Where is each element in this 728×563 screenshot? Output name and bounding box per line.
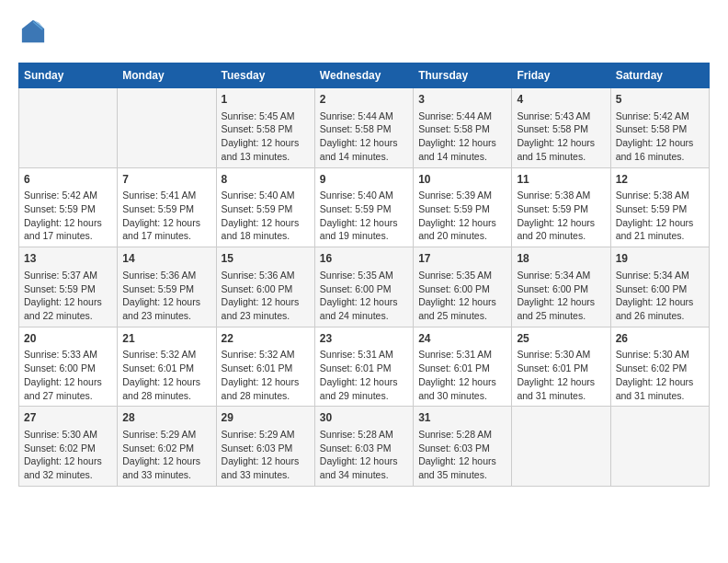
calendar-cell: 16Sunrise: 5:35 AMSunset: 6:00 PMDayligh… xyxy=(314,247,413,327)
calendar-cell: 1Sunrise: 5:45 AMSunset: 5:58 PMDaylight… xyxy=(216,88,314,168)
day-content: and 28 minutes. xyxy=(222,389,310,403)
calendar-cell: 22Sunrise: 5:32 AMSunset: 6:01 PMDayligh… xyxy=(216,327,314,407)
day-content: and 34 minutes. xyxy=(320,468,408,482)
day-content: Daylight: 12 hours xyxy=(418,375,506,389)
day-content: Sunset: 6:03 PM xyxy=(222,442,310,455)
day-content: and 31 minutes. xyxy=(616,389,704,403)
day-content: Sunrise: 5:30 AM xyxy=(24,428,112,442)
calendar-cell: 6Sunrise: 5:42 AMSunset: 5:59 PMDaylight… xyxy=(19,167,118,247)
day-content: Sunrise: 5:29 AM xyxy=(122,428,210,442)
calendar-cell: 20Sunrise: 5:33 AMSunset: 6:00 PMDayligh… xyxy=(19,327,118,407)
day-content: Daylight: 12 hours xyxy=(320,216,408,230)
day-content: and 32 minutes. xyxy=(24,468,112,482)
day-content: and 28 minutes. xyxy=(122,389,210,403)
day-content: Sunset: 6:01 PM xyxy=(122,362,210,375)
day-content: Sunrise: 5:44 AM xyxy=(320,109,408,123)
day-content: Sunset: 5:59 PM xyxy=(122,202,210,216)
header-cell-thursday: Thursday xyxy=(414,63,512,88)
day-content: Sunrise: 5:35 AM xyxy=(418,269,506,282)
calendar-cell: 27Sunrise: 5:30 AMSunset: 6:02 PMDayligh… xyxy=(19,407,118,487)
day-content: Sunset: 6:01 PM xyxy=(418,362,506,375)
calendar-cell: 31Sunrise: 5:28 AMSunset: 6:03 PMDayligh… xyxy=(414,407,512,487)
day-content: Sunrise: 5:38 AM xyxy=(517,189,605,202)
day-content: and 21 minutes. xyxy=(616,229,704,243)
day-content: Sunset: 6:03 PM xyxy=(418,442,506,455)
day-content: Daylight: 12 hours xyxy=(222,375,310,389)
day-content: Sunrise: 5:32 AM xyxy=(122,348,210,362)
day-content: Sunrise: 5:34 AM xyxy=(616,269,704,282)
day-content: Daylight: 12 hours xyxy=(517,375,605,389)
day-number: 29 xyxy=(222,410,310,426)
day-number: 13 xyxy=(24,251,112,267)
page-header xyxy=(18,18,710,44)
day-content: Daylight: 12 hours xyxy=(418,295,506,309)
day-content: Sunrise: 5:31 AM xyxy=(320,348,408,362)
svg-marker-0 xyxy=(22,20,44,42)
calendar-cell: 11Sunrise: 5:38 AMSunset: 5:59 PMDayligh… xyxy=(512,167,610,247)
day-content: Sunset: 5:59 PM xyxy=(24,202,112,216)
day-content: and 18 minutes. xyxy=(222,229,310,243)
day-content: Sunset: 6:00 PM xyxy=(418,282,506,296)
calendar-cell: 5Sunrise: 5:42 AMSunset: 5:58 PMDaylight… xyxy=(610,88,709,168)
day-content: Sunrise: 5:32 AM xyxy=(222,348,310,362)
day-content: Sunset: 5:59 PM xyxy=(122,282,210,296)
day-content: Daylight: 12 hours xyxy=(122,216,210,230)
day-content: Sunset: 5:59 PM xyxy=(320,202,408,216)
day-number: 1 xyxy=(222,92,310,108)
day-content: Sunrise: 5:29 AM xyxy=(222,428,310,442)
day-content: Sunset: 6:00 PM xyxy=(24,362,112,375)
day-content: and 17 minutes. xyxy=(122,229,210,243)
calendar-week-2: 6Sunrise: 5:42 AMSunset: 5:59 PMDaylight… xyxy=(19,167,710,247)
day-number: 21 xyxy=(122,331,210,347)
day-content: Daylight: 12 hours xyxy=(517,216,605,230)
day-content: Daylight: 12 hours xyxy=(418,216,506,230)
day-number: 5 xyxy=(616,92,704,108)
day-content: Daylight: 12 hours xyxy=(122,375,210,389)
day-content: Sunset: 5:59 PM xyxy=(616,202,704,216)
day-content: Daylight: 12 hours xyxy=(122,454,210,468)
day-content: Sunset: 6:03 PM xyxy=(320,442,408,455)
calendar-week-4: 20Sunrise: 5:33 AMSunset: 6:00 PMDayligh… xyxy=(19,327,710,407)
calendar-week-1: 1Sunrise: 5:45 AMSunset: 5:58 PMDaylight… xyxy=(19,88,710,168)
day-number: 26 xyxy=(616,331,704,347)
day-content: and 29 minutes. xyxy=(320,389,408,403)
calendar-cell: 29Sunrise: 5:29 AMSunset: 6:03 PMDayligh… xyxy=(216,407,314,487)
day-content: and 22 minutes. xyxy=(24,309,112,323)
day-number: 12 xyxy=(616,172,704,188)
day-content: Daylight: 12 hours xyxy=(616,375,704,389)
day-content: Sunrise: 5:33 AM xyxy=(24,348,112,362)
day-number: 10 xyxy=(418,172,506,188)
day-content: Daylight: 12 hours xyxy=(320,454,408,468)
day-content: and 24 minutes. xyxy=(320,309,408,323)
day-number: 6 xyxy=(24,172,112,188)
calendar-cell: 18Sunrise: 5:34 AMSunset: 6:00 PMDayligh… xyxy=(512,247,610,327)
calendar-cell: 17Sunrise: 5:35 AMSunset: 6:00 PMDayligh… xyxy=(414,247,512,327)
day-content: Sunset: 5:58 PM xyxy=(222,122,310,136)
day-content: Sunset: 5:58 PM xyxy=(616,122,704,136)
day-number: 3 xyxy=(418,92,506,108)
calendar-cell: 26Sunrise: 5:30 AMSunset: 6:02 PMDayligh… xyxy=(610,327,709,407)
day-content: Daylight: 12 hours xyxy=(616,136,704,150)
day-content: Daylight: 12 hours xyxy=(418,136,506,150)
calendar-cell: 30Sunrise: 5:28 AMSunset: 6:03 PMDayligh… xyxy=(314,407,413,487)
day-content: Daylight: 12 hours xyxy=(24,375,112,389)
day-content: Sunrise: 5:35 AM xyxy=(320,269,408,282)
day-content: Sunrise: 5:42 AM xyxy=(24,189,112,202)
day-content: Daylight: 12 hours xyxy=(320,375,408,389)
day-content: Sunset: 5:59 PM xyxy=(418,202,506,216)
day-content: and 17 minutes. xyxy=(24,229,112,243)
header-row: SundayMondayTuesdayWednesdayThursdayFrid… xyxy=(19,63,710,88)
day-content: Sunset: 6:00 PM xyxy=(222,282,310,296)
day-content: Sunrise: 5:28 AM xyxy=(418,428,506,442)
calendar-cell xyxy=(512,407,610,487)
day-content: Sunset: 5:58 PM xyxy=(517,122,605,136)
day-content: and 20 minutes. xyxy=(418,229,506,243)
day-content: Sunset: 6:02 PM xyxy=(122,442,210,455)
calendar-cell: 15Sunrise: 5:36 AMSunset: 6:00 PMDayligh… xyxy=(216,247,314,327)
day-content: Sunrise: 5:36 AM xyxy=(122,269,210,282)
day-content: Daylight: 12 hours xyxy=(418,454,506,468)
day-content: Daylight: 12 hours xyxy=(222,136,310,150)
day-content: and 15 minutes. xyxy=(517,150,605,164)
day-content: Daylight: 12 hours xyxy=(222,454,310,468)
day-content: Sunset: 5:59 PM xyxy=(517,202,605,216)
